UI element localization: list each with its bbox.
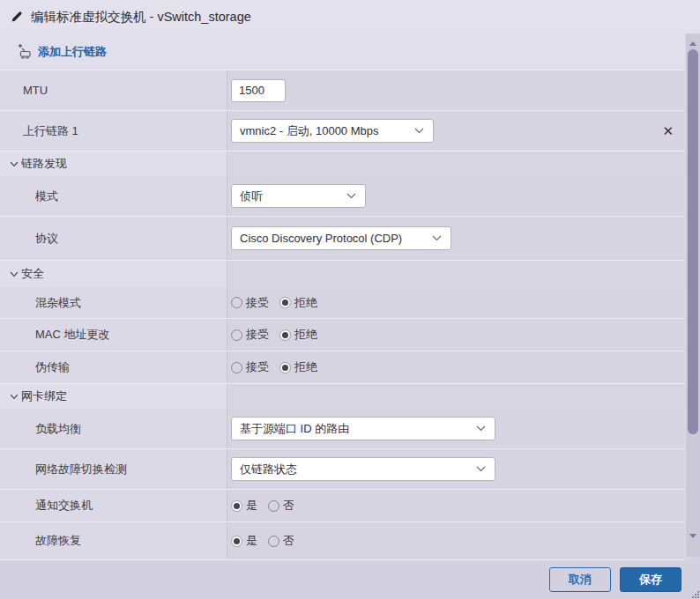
dialog-footer: 取消 保存 bbox=[0, 560, 700, 599]
triangle-up-icon bbox=[689, 41, 696, 46]
chevron-down-icon bbox=[476, 425, 486, 432]
section-link-discovery: 链路发现 bbox=[0, 152, 685, 176]
chevron-down-icon bbox=[476, 466, 486, 472]
protocol-selected-option: Cisco Discovery Protocol (CDP) bbox=[240, 232, 402, 245]
load-balancing-label: 负载均衡 bbox=[0, 409, 227, 448]
section-nic-teaming-title: 网卡绑定 bbox=[21, 388, 67, 404]
notify-switches-no-radio[interactable]: 否 bbox=[268, 498, 294, 514]
mtu-row: MTU bbox=[0, 70, 685, 111]
vertical-scrollbar[interactable] bbox=[685, 33, 700, 557]
radio-selected-icon bbox=[231, 536, 242, 547]
load-balancing-row: 负载均衡 基于源端口 ID 的路由 bbox=[0, 409, 685, 449]
cancel-button[interactable]: 取消 bbox=[549, 567, 611, 592]
radio-icon bbox=[268, 536, 279, 547]
scrollbar-down-button[interactable] bbox=[686, 529, 700, 542]
mode-label: 模式 bbox=[0, 176, 227, 216]
failover-detection-select[interactable]: 仅链路状态 bbox=[231, 457, 495, 481]
dialog-title: 编辑标准虚拟交换机 - vSwitch_storage bbox=[31, 9, 251, 26]
protocol-value-cell: Cisco Discovery Protocol (CDP) bbox=[227, 217, 685, 260]
load-balancing-selected-option: 基于源端口 ID 的路由 bbox=[240, 421, 349, 437]
radio-icon bbox=[231, 362, 242, 373]
chevron-down-icon bbox=[10, 394, 19, 400]
failback-no-radio[interactable]: 否 bbox=[268, 533, 294, 549]
chevron-down-icon bbox=[10, 271, 19, 277]
protocol-row: 协议 Cisco Discovery Protocol (CDP) bbox=[0, 217, 685, 261]
close-icon: ✕ bbox=[662, 123, 674, 138]
uplink1-row: 上行链路 1 vmnic2 - 启动, 10000 Mbps ✕ bbox=[0, 111, 685, 152]
load-balancing-value-cell: 基于源端口 ID 的路由 bbox=[227, 409, 685, 448]
promiscuous-value-cell: 接受 拒绝 bbox=[227, 287, 685, 318]
dialog-titlebar: 编辑标准虚拟交换机 - vSwitch_storage bbox=[0, 0, 700, 33]
promiscuous-reject-radio[interactable]: 拒绝 bbox=[279, 295, 317, 311]
mode-select[interactable]: 侦听 bbox=[231, 184, 366, 208]
nic-add-icon bbox=[17, 44, 32, 59]
radio-selected-icon bbox=[231, 500, 242, 512]
chevron-down-icon bbox=[10, 161, 19, 167]
section-filler bbox=[227, 261, 685, 287]
mode-selected-option: 侦听 bbox=[240, 189, 263, 204]
promiscuous-row: 混杂模式 接受 拒绝 bbox=[0, 287, 685, 319]
forged-transmits-value-cell: 接受 拒绝 bbox=[227, 351, 685, 383]
dialog-form: 添加上行链路 MTU 上行链路 1 vmnic2 - 启动, 10000 Mbp… bbox=[0, 33, 685, 560]
add-uplink-link[interactable]: 添加上行链路 bbox=[0, 33, 685, 70]
forged-transmits-label: 伪传输 bbox=[0, 351, 227, 383]
section-filler bbox=[227, 152, 685, 176]
scrollbar-up-button[interactable] bbox=[686, 37, 700, 49]
mac-changes-accept-radio[interactable]: 接受 bbox=[231, 327, 269, 343]
failback-value-cell: 是 否 bbox=[227, 522, 685, 559]
mac-changes-label: MAC 地址更改 bbox=[0, 319, 227, 351]
uplink1-select[interactable]: vmnic2 - 启动, 10000 Mbps bbox=[231, 119, 434, 143]
add-uplink-label: 添加上行链路 bbox=[38, 44, 107, 60]
failback-label: 故障恢复 bbox=[0, 522, 227, 559]
radio-icon bbox=[231, 297, 242, 308]
mtu-input[interactable] bbox=[231, 79, 286, 102]
edit-vswitch-dialog: 编辑标准虚拟交换机 - vSwitch_storage 添加上行链路 MTU 上… bbox=[0, 0, 700, 599]
mac-changes-reject-radio[interactable]: 拒绝 bbox=[279, 327, 317, 343]
section-security: 安全 bbox=[0, 261, 685, 287]
uplink1-label: 上行链路 1 bbox=[0, 111, 227, 151]
failover-detection-row: 网络故障切换检测 仅链路状态 bbox=[0, 449, 685, 490]
radio-selected-icon bbox=[279, 297, 291, 308]
chevron-down-icon bbox=[346, 193, 356, 199]
mode-value-cell: 侦听 bbox=[227, 176, 685, 216]
scrollbar-thumb[interactable] bbox=[688, 49, 698, 434]
notify-switches-yes-radio[interactable]: 是 bbox=[231, 498, 257, 514]
resize-grip[interactable] bbox=[690, 589, 699, 598]
remove-uplink-button[interactable]: ✕ bbox=[662, 124, 674, 137]
uplink1-selected-option: vmnic2 - 启动, 10000 Mbps bbox=[240, 123, 379, 139]
failover-detection-selected-option: 仅链路状态 bbox=[240, 462, 297, 477]
mode-row: 模式 侦听 bbox=[0, 176, 685, 217]
save-button[interactable]: 保存 bbox=[620, 567, 681, 592]
forged-transmits-accept-radio[interactable]: 接受 bbox=[231, 359, 269, 375]
radio-selected-icon bbox=[279, 329, 291, 341]
section-security-toggle[interactable]: 安全 bbox=[0, 261, 227, 287]
radio-icon bbox=[268, 500, 279, 512]
chevron-down-icon bbox=[414, 128, 424, 134]
pencil-icon bbox=[11, 11, 23, 23]
failback-yes-radio[interactable]: 是 bbox=[231, 533, 257, 549]
failover-detection-value-cell: 仅链路状态 bbox=[227, 449, 685, 489]
failover-detection-label: 网络故障切换检测 bbox=[0, 449, 227, 489]
forged-transmits-row: 伪传输 接受 拒绝 bbox=[0, 351, 685, 384]
notify-switches-value-cell: 是 否 bbox=[227, 490, 685, 521]
radio-icon bbox=[231, 329, 242, 341]
triangle-down-icon bbox=[689, 534, 696, 538]
section-nic-teaming: 网卡绑定 bbox=[0, 384, 685, 409]
notify-switches-row: 通知交换机 是 否 bbox=[0, 490, 685, 522]
notify-switches-label: 通知交换机 bbox=[0, 490, 227, 521]
section-filler bbox=[227, 384, 685, 409]
section-link-discovery-title: 链路发现 bbox=[21, 156, 67, 172]
forged-transmits-reject-radio[interactable]: 拒绝 bbox=[279, 359, 317, 375]
mtu-value-cell bbox=[227, 70, 685, 110]
load-balancing-select[interactable]: 基于源端口 ID 的路由 bbox=[231, 417, 495, 440]
section-link-discovery-toggle[interactable]: 链路发现 bbox=[0, 152, 227, 176]
failback-row: 故障恢复 是 否 bbox=[0, 522, 685, 560]
section-nic-teaming-toggle[interactable]: 网卡绑定 bbox=[0, 384, 227, 409]
chevron-down-icon bbox=[432, 235, 442, 241]
mac-changes-value-cell: 接受 拒绝 bbox=[227, 319, 685, 351]
protocol-select[interactable]: Cisco Discovery Protocol (CDP) bbox=[231, 226, 451, 250]
protocol-label: 协议 bbox=[0, 217, 227, 260]
promiscuous-accept-radio[interactable]: 接受 bbox=[231, 295, 269, 311]
promiscuous-label: 混杂模式 bbox=[0, 287, 227, 318]
section-security-title: 安全 bbox=[21, 266, 44, 282]
